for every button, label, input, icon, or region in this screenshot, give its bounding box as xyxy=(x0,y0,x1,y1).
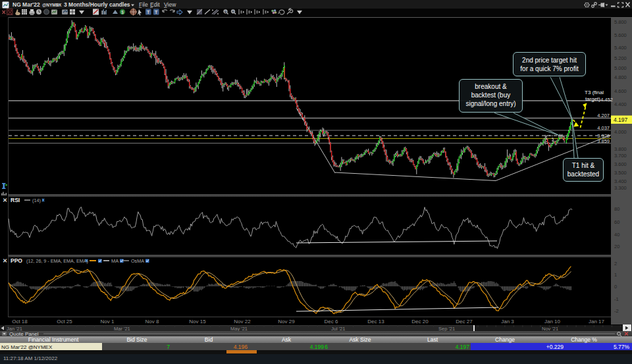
svg-text:Bid Size: Bid Size xyxy=(126,336,147,343)
svg-text:4.199: 4.199 xyxy=(310,344,325,350)
svg-text:7: 7 xyxy=(167,344,170,350)
svg-text:Financial Instrument: Financial Instrument xyxy=(28,336,79,343)
svg-text:Bid: Bid xyxy=(205,336,213,343)
svg-text:Change: Change xyxy=(495,336,515,343)
svg-text:4.196: 4.196 xyxy=(234,344,248,350)
svg-text:Change %: Change % xyxy=(571,336,597,343)
svg-text:6: 6 xyxy=(325,344,328,350)
svg-text:4.197: 4.197 xyxy=(456,344,470,350)
svg-text:5.77%: 5.77% xyxy=(614,344,630,350)
svg-text:Last: Last xyxy=(427,336,438,343)
svg-text:Quote Panel: Quote Panel xyxy=(9,331,39,336)
svg-text:+0.229: +0.229 xyxy=(546,344,564,350)
svg-text:Ask Size: Ask Size xyxy=(349,336,371,343)
svg-text:NG Mar'22 @NYMEX: NG Mar'22 @NYMEX xyxy=(1,344,53,350)
svg-text:Ask: Ask xyxy=(282,336,292,343)
